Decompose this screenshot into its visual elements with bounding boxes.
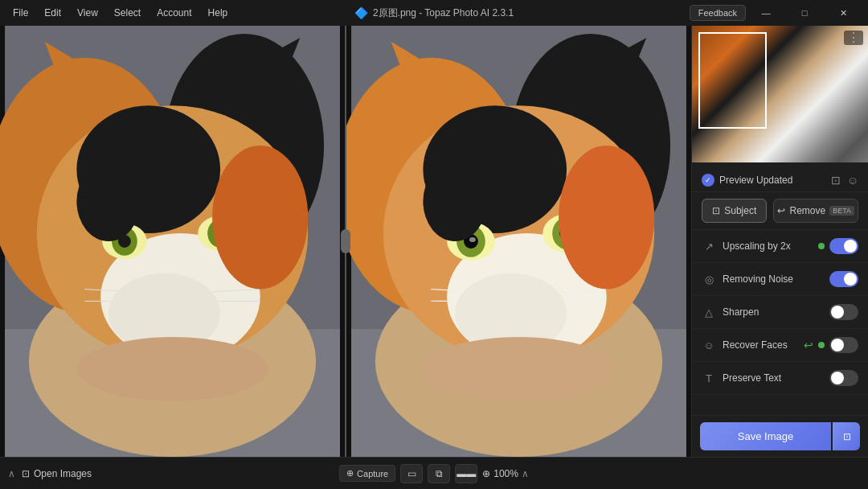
open-images-label: Open Images: [34, 468, 92, 479]
save-extra-icon: ⊡: [843, 431, 851, 442]
minimize-button[interactable]: —: [747, 0, 784, 26]
sharpen-row: △ Sharpen: [692, 296, 868, 329]
noise-icon: ◎: [702, 272, 716, 286]
window-title: 🔷 2原图.png - Topaz Photo AI 2.3.1: [354, 6, 514, 20]
bottom-center: ⊕ Capture ▭ ⧉ ▬▬ ⊕ 100% ∧: [339, 464, 529, 483]
beta-badge: BETA: [829, 206, 854, 216]
remove-button[interactable]: ↩ Remove BETA: [773, 199, 858, 223]
menu-select[interactable]: Select: [108, 6, 147, 20]
title-bar: File Edit View Select Account Help 🔷 2原图…: [0, 0, 868, 26]
toggle-knob: [844, 273, 857, 286]
capture-label: Capture: [357, 469, 388, 479]
maximize-button[interactable]: □: [786, 0, 823, 26]
menu-edit[interactable]: Edit: [38, 6, 68, 20]
faces-left: ☺ Recover Faces: [702, 338, 788, 352]
noise-toggle[interactable]: [829, 271, 858, 287]
noise-right: [829, 271, 858, 287]
noise-label: Removing Noise: [723, 273, 793, 285]
capture-icon: ⊕: [346, 468, 354, 479]
images-icon: ⊡: [22, 468, 30, 479]
faces-label: Recover Faces: [723, 339, 788, 351]
capture-button[interactable]: ⊕ Capture: [339, 465, 395, 482]
original-cat-image: [0, 26, 345, 457]
toggle-knob: [831, 339, 844, 351]
undo-icon[interactable]: ↩: [804, 339, 813, 351]
bottom-bar: ∧ ⊡ Open Images ⊕ Capture ▭ ⧉ ▬▬ ⊕ 100% …: [0, 457, 868, 489]
sharpen-left: △ Sharpen: [702, 305, 759, 319]
sharpen-label: Sharpen: [723, 306, 759, 318]
noise-row: ◎ Removing Noise: [692, 263, 868, 296]
processed-cat-image: [346, 26, 691, 457]
zoom-icon: ⊕: [482, 468, 490, 479]
divider-handle[interactable]: [341, 229, 350, 253]
save-image-button[interactable]: Save Image: [700, 422, 831, 450]
text-left: T Preserve Text: [702, 371, 781, 385]
zoom-level: 100%: [493, 468, 518, 479]
svg-point-22: [212, 146, 308, 290]
svg-point-51: [423, 162, 486, 241]
subject-button[interactable]: ⊡ Subject: [702, 199, 767, 223]
feedback-button[interactable]: Feedback: [690, 5, 746, 21]
emoji-icon[interactable]: ☺: [847, 174, 858, 187]
faces-right: ↩: [804, 337, 858, 353]
original-image-panel: [0, 26, 345, 457]
thumbnail-image: [692, 26, 868, 162]
save-area: Save Image ⊡: [692, 415, 868, 457]
layout-split-button[interactable]: ⧉: [428, 464, 450, 483]
window-controls: Feedback — □ ✕: [690, 0, 862, 26]
upscaling-row: ↗ Upscaling by 2x: [692, 230, 868, 263]
menu-help[interactable]: Help: [202, 6, 235, 20]
text-label: Preserve Text: [723, 372, 781, 384]
thumbnail-area: ⋮: [692, 26, 868, 162]
menu-view[interactable]: View: [71, 6, 104, 20]
upscaling-icon: ↗: [702, 239, 716, 253]
layout-single-button[interactable]: ▭: [400, 464, 423, 483]
preview-updated-label: Preview Updated: [719, 175, 792, 186]
preview-bar: ✓ Preview Updated ⊡ ☺: [692, 169, 868, 192]
svg-point-23: [76, 162, 140, 241]
save-extra-button[interactable]: ⊡: [833, 422, 860, 450]
faces-icon: ☺: [702, 338, 716, 352]
upscaling-dot: [818, 243, 825, 249]
main-area: ⋮ ✓ Preview Updated ⊡ ☺ ⊡: [0, 26, 868, 457]
remove-icon: ↩: [777, 205, 785, 216]
subject-icon: ⊡: [712, 205, 720, 216]
layout-side-button[interactable]: ▬▬: [455, 464, 477, 483]
zoom-chevron-icon[interactable]: ∧: [522, 468, 529, 479]
text-toggle[interactable]: [829, 370, 858, 386]
more-options-button[interactable]: ⋮: [844, 31, 863, 45]
faces-row: ☺ Recover Faces ↩: [692, 329, 868, 362]
sharpen-toggle[interactable]: [829, 304, 858, 320]
close-button[interactable]: ✕: [825, 0, 862, 26]
upscaling-label: Upscaling by 2x: [723, 240, 791, 252]
menu-account[interactable]: Account: [150, 6, 198, 20]
toggle-knob: [831, 372, 844, 384]
faces-toggle[interactable]: [829, 337, 858, 353]
svg-point-53: [423, 337, 614, 401]
image-area: [0, 26, 691, 457]
preview-actions: ⊡ ☺: [831, 174, 858, 187]
text-right: [829, 370, 858, 386]
upscaling-toggle[interactable]: [829, 238, 858, 254]
remove-label: Remove: [789, 205, 825, 216]
open-images-button[interactable]: ⊡ Open Images: [22, 468, 92, 479]
chevron-up-icon[interactable]: ∧: [8, 468, 15, 479]
bottom-left: ∧ ⊡ Open Images: [8, 468, 92, 479]
svg-point-38: [469, 237, 476, 242]
sharpen-icon: △: [702, 305, 716, 319]
controls-area: ✓ Preview Updated ⊡ ☺ ⊡ Subject ↩ Remove: [692, 162, 868, 415]
crop-icon[interactable]: ⊡: [831, 174, 841, 187]
preview-check-icon: ✓: [702, 174, 714, 187]
toggle-knob: [831, 306, 844, 318]
text-row: T Preserve Text: [692, 362, 868, 395]
app-icon: 🔷: [354, 6, 368, 19]
zoom-area: ⊕ 100% ∧: [482, 468, 529, 479]
processed-image-panel: [346, 26, 691, 457]
faces-dot: [818, 342, 825, 348]
menu-bar: File Edit View Select Account Help: [6, 6, 234, 20]
right-panel: ⋮ ✓ Preview Updated ⊡ ☺ ⊡: [691, 26, 868, 457]
subject-label: Subject: [724, 205, 756, 216]
menu-file[interactable]: File: [6, 6, 35, 20]
upscaling-left: ↗ Upscaling by 2x: [702, 239, 791, 253]
noise-left: ◎ Removing Noise: [702, 272, 793, 286]
